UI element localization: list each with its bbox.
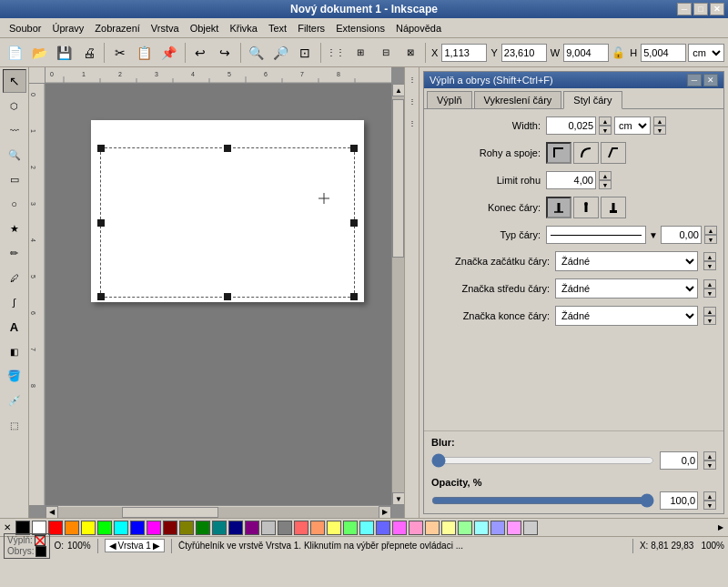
width-up[interactable]: ▲ [599, 116, 612, 126]
handle-bottom-left[interactable] [97, 293, 105, 300]
swatch-darkred[interactable] [163, 521, 177, 535]
menu-objekt[interactable]: Objekt [185, 21, 225, 35]
handle-bottom-right[interactable] [350, 293, 358, 300]
open-button[interactable]: 📂 [28, 41, 51, 65]
scroll-left-btn[interactable]: ◀ [46, 506, 58, 519]
w-input[interactable] [563, 44, 609, 62]
dialog-min-btn[interactable]: ─ [687, 74, 702, 86]
cut-button[interactable]: ✂ [108, 41, 131, 65]
swatch-cyan[interactable] [114, 521, 128, 535]
pen-tool-btn[interactable]: 🖊 [3, 266, 26, 289]
opacity-up[interactable]: ▲ [703, 491, 716, 501]
node-tool-btn[interactable]: ⬡ [3, 94, 26, 117]
undo-button[interactable]: ↩ [188, 41, 211, 65]
swatch-lightyellow[interactable] [327, 521, 341, 535]
cap-butt-btn[interactable] [546, 197, 571, 218]
swatch-lightred[interactable] [294, 521, 308, 535]
swatch-lightblue[interactable] [376, 521, 390, 535]
menu-text[interactable]: Text [263, 21, 292, 35]
mm-down[interactable]: ▼ [703, 288, 716, 298]
handle-top-right[interactable] [350, 145, 358, 152]
selected-rectangle[interactable] [100, 147, 355, 298]
menu-vrstva[interactable]: Vrstva [146, 21, 185, 35]
menu-extensions[interactable]: Extensions [330, 21, 390, 35]
offset-down[interactable]: ▼ [704, 235, 717, 244]
menu-zobrazeni[interactable]: Zobrazení [89, 21, 146, 35]
lock-icon[interactable]: 🔓 [612, 46, 625, 59]
unit-select[interactable]: cm mm px [688, 44, 724, 62]
marker-end-select[interactable]: Žádné [555, 306, 698, 326]
swatch-lightorange[interactable] [310, 521, 325, 535]
snap-btn2[interactable]: ⊞ [349, 41, 372, 65]
maximize-button[interactable]: □ [693, 3, 708, 15]
cap-square-btn[interactable] [601, 197, 626, 218]
width-unit-select[interactable]: cm mm px [614, 116, 651, 135]
redo-button[interactable]: ↪ [214, 41, 237, 65]
save-button[interactable]: 💾 [53, 41, 76, 65]
rt-btn-1[interactable]: ⋮ [406, 69, 419, 89]
swatch-orchid[interactable] [507, 521, 521, 535]
me-up[interactable]: ▲ [703, 307, 716, 316]
swatch-lightgreen[interactable] [343, 521, 358, 535]
handle-bottom-mid[interactable] [224, 293, 231, 300]
scroll-down-btn[interactable]: ▼ [392, 492, 404, 505]
snap-btn3[interactable]: ⊟ [374, 41, 397, 65]
zoom-in-button[interactable]: 🔍 [245, 41, 268, 65]
rt-btn-3[interactable]: ⋮ [406, 113, 419, 133]
swatch-pink[interactable] [409, 521, 423, 535]
select-tool-btn[interactable]: ↖ [3, 69, 26, 93]
copy-button[interactable]: 📋 [133, 41, 156, 65]
snap-btn4[interactable]: ⊠ [399, 41, 421, 65]
print-button[interactable]: 🖨 [77, 41, 100, 65]
tab-vykresleni[interactable]: Vykreslení čáry [474, 91, 562, 108]
width-input[interactable] [546, 116, 596, 135]
swatch-orange[interactable] [65, 521, 79, 535]
swatch-yellow[interactable] [81, 521, 96, 535]
paste-button[interactable]: 📌 [157, 41, 180, 65]
x-input[interactable] [441, 44, 487, 62]
line-type-select[interactable] [546, 226, 646, 244]
swatch-cream[interactable] [441, 521, 456, 535]
dialog-close-btn[interactable]: ✕ [703, 74, 718, 86]
swatch-lightgray[interactable] [523, 521, 538, 535]
eyedropper-tool-btn[interactable]: 💉 [3, 389, 26, 412]
blur-down[interactable]: ▼ [703, 460, 716, 470]
handle-mid-right[interactable] [350, 219, 358, 227]
swatch-purple[interactable] [245, 521, 259, 535]
swatch-peach[interactable] [425, 521, 440, 535]
text-tool-btn[interactable]: A [3, 315, 26, 339]
ms-up[interactable]: ▲ [703, 252, 716, 261]
zoom-tool-btn[interactable]: 🔍 [3, 143, 26, 167]
me-down[interactable]: ▼ [703, 316, 716, 325]
fill-tool-btn[interactable]: 🪣 [3, 364, 26, 388]
swatch-lightcyan[interactable] [359, 521, 374, 535]
scroll-right-btn[interactable]: ▶ [379, 506, 391, 519]
layer-arrow-left[interactable]: ◀ [109, 541, 116, 551]
blur-up[interactable]: ▲ [703, 451, 716, 460]
tab-styl[interactable]: Styl čáry [563, 91, 622, 109]
unit-up[interactable]: ▲ [653, 116, 666, 126]
menu-filters[interactable]: Filters [292, 21, 330, 35]
opacity-value-input[interactable] [660, 491, 698, 510]
rect-tool-btn[interactable]: ▭ [3, 167, 26, 191]
swatch-blue[interactable] [130, 521, 145, 535]
offset-up[interactable]: ▲ [704, 226, 717, 235]
limit-input[interactable] [546, 171, 596, 189]
swatch-darkgreen[interactable] [196, 521, 210, 535]
h-input[interactable] [641, 44, 686, 62]
mm-up[interactable]: ▲ [703, 279, 716, 288]
tab-vypln[interactable]: Výplň [427, 91, 472, 108]
opacity-slider[interactable] [431, 494, 654, 507]
new-button[interactable]: 📄 [4, 41, 26, 65]
pencil-tool-btn[interactable]: ✏ [3, 241, 26, 265]
swatch-mint[interactable] [458, 521, 472, 535]
palette-scroll-right[interactable]: ▶ [713, 519, 728, 537]
menu-napoveda[interactable]: Nápověda [390, 21, 447, 35]
unit-down[interactable]: ▼ [653, 126, 666, 135]
rt-btn-2[interactable]: ⋮ [406, 91, 419, 111]
handle-top-mid[interactable] [224, 145, 231, 152]
corner-round-btn[interactable] [573, 142, 599, 164]
swatch-navy[interactable] [228, 521, 243, 535]
tweak-tool-btn[interactable]: 〰 [3, 118, 26, 142]
scrollbar-bottom[interactable]: ◀ ▶ [46, 505, 391, 518]
